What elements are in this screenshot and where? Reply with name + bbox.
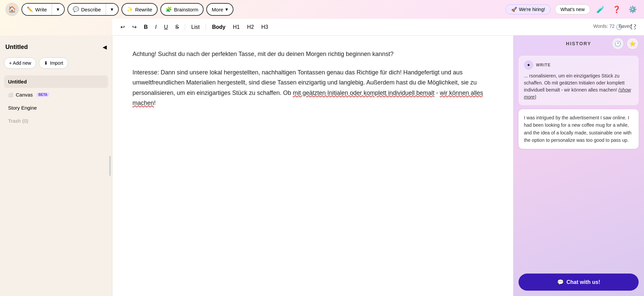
write-entry: ✦ WRITE ... rsonalisieren, um ein einzig… bbox=[519, 56, 639, 105]
help-button[interactable]: ❓ bbox=[610, 3, 623, 15]
gear-icon: ⚙️ bbox=[629, 5, 637, 13]
describe-icon: 💬 bbox=[73, 6, 79, 12]
underline-button[interactable]: U bbox=[161, 23, 171, 32]
h1-button[interactable]: H1 bbox=[230, 23, 242, 32]
chevron-down-icon-2: ▾ bbox=[111, 6, 113, 12]
main-layout: Untitled ◀ + Add new ⬇ Import Untitled ⬜… bbox=[0, 36, 644, 296]
labs-button[interactable]: 🧪 bbox=[594, 3, 606, 15]
star-icon: ⭐ bbox=[629, 41, 636, 47]
sidebar-item-trash-label: Trash (0) bbox=[8, 118, 28, 124]
rewrite-label: Rewrite bbox=[135, 7, 152, 12]
h2-button[interactable]: H2 bbox=[245, 23, 257, 32]
saved-check-icon: ✓ bbox=[633, 23, 637, 29]
status-bar: Words: 72 Saved ✓ bbox=[593, 23, 637, 29]
import-label: Import bbox=[50, 60, 63, 66]
sidebar-item-canvas-label: Canvas bbox=[16, 92, 33, 98]
describe-btn-group: 💬 Describe ▾ bbox=[67, 3, 119, 16]
sidebar-item-canvas[interactable]: ⬜ Canvas BETA bbox=[4, 88, 108, 101]
sidebar-collapse-button[interactable]: ◀ bbox=[103, 44, 107, 50]
ai-write-icon: ✦ bbox=[527, 62, 531, 68]
right-panel-footer: 💬 Chat with us! bbox=[513, 270, 644, 296]
sidebar-item-story-engine[interactable]: Story Engine bbox=[4, 102, 108, 114]
sidebar-item-trash[interactable]: Trash (0) bbox=[4, 115, 108, 127]
add-new-label: + Add new bbox=[9, 60, 31, 66]
sidebar-nav: Untitled ⬜ Canvas BETA Story Engine Tras… bbox=[4, 75, 108, 127]
history-star-button[interactable]: ⭐ bbox=[627, 38, 639, 50]
toolbar-separator-1 bbox=[185, 24, 185, 31]
hiring-button[interactable]: 🚀 We're hiring! bbox=[505, 4, 551, 14]
editor-paragraph-2-exclaim: ! bbox=[154, 100, 156, 106]
saved-status: Saved ✓ bbox=[619, 23, 637, 29]
chat-icon: 💬 bbox=[557, 279, 564, 285]
import-button[interactable]: ⬇ Import bbox=[39, 57, 68, 69]
canvas-icon: ⬜ bbox=[8, 93, 13, 97]
redo-button[interactable]: ↪ bbox=[129, 22, 139, 32]
rewrite-button[interactable]: ✨ Rewrite bbox=[121, 3, 158, 16]
right-panel-header: HISTORY 🕐 ⭐ bbox=[513, 36, 644, 52]
editor-paragraph-2-underlined: mit geätzten Initialen oder komplett ind… bbox=[293, 90, 434, 96]
write-entry-body: ... rsonalisieren, um ein einzigartiges … bbox=[524, 73, 625, 93]
hiring-label: We're hiring! bbox=[519, 7, 545, 12]
home-button[interactable]: 🏠 bbox=[5, 3, 19, 16]
h3-button[interactable]: H3 bbox=[259, 23, 271, 32]
user-message-text: I was intrigued by the advertisement I s… bbox=[524, 115, 632, 143]
italic-button[interactable]: I bbox=[153, 23, 159, 32]
editor-paragraph-2-dash: - bbox=[434, 90, 440, 96]
right-panel-title: HISTORY bbox=[566, 41, 591, 46]
write-btn-group: ✏️ Write ▾ bbox=[21, 3, 65, 16]
top-bar: 🏠 ✏️ Write ▾ 💬 Describe ▾ ✨ Rewrite 🧩 Br… bbox=[0, 0, 644, 19]
add-new-button[interactable]: + Add new bbox=[4, 57, 36, 69]
word-count: Words: 72 bbox=[593, 23, 615, 29]
chevron-down-icon: ▾ bbox=[57, 6, 59, 12]
list-button[interactable]: List bbox=[189, 23, 202, 32]
body-button[interactable]: Body bbox=[209, 23, 228, 32]
sidebar-header: Untitled ◀ bbox=[4, 41, 108, 53]
editor-area[interactable]: Achtung! Suchst du nach der perfekten Ta… bbox=[112, 36, 513, 296]
write-button[interactable]: ✏️ Write bbox=[22, 4, 52, 15]
undo-button[interactable]: ↩ bbox=[118, 22, 127, 32]
editor-paragraph-2: Interesse: Dann sind unsere lokal herges… bbox=[132, 67, 493, 108]
sidebar-title: Untitled bbox=[5, 44, 28, 51]
editor-paragraph-1: Achtung! Suchst du nach der perfekten Ta… bbox=[132, 49, 493, 59]
right-panel-content: ✦ WRITE ... rsonalisieren, um ein einzig… bbox=[513, 52, 644, 270]
import-icon: ⬇ bbox=[44, 60, 48, 66]
saved-label: Saved bbox=[619, 23, 632, 29]
strikethrough-button[interactable]: S bbox=[173, 23, 182, 32]
right-panel: HISTORY 🕐 ⭐ ✦ WRITE ... rsonal bbox=[513, 36, 644, 296]
history-clock-button[interactable]: 🕐 bbox=[612, 38, 624, 50]
sidebar-actions: + Add new ⬇ Import bbox=[4, 57, 108, 69]
beta-badge: BETA bbox=[37, 93, 49, 97]
describe-label: Describe bbox=[81, 7, 101, 12]
write-entry-header: ✦ WRITE bbox=[524, 60, 633, 70]
sidebar-item-untitled[interactable]: Untitled bbox=[4, 75, 108, 88]
clock-icon: 🕐 bbox=[614, 41, 621, 47]
write-entry-icon: ✦ bbox=[524, 60, 533, 70]
toolbar-separator-2 bbox=[206, 24, 206, 31]
write-label: Write bbox=[35, 7, 47, 12]
hiring-rocket-icon: 🚀 bbox=[511, 7, 517, 12]
more-label: More bbox=[212, 7, 223, 12]
top-right: 🚀 We're hiring! What's new 🧪 ❓ ⚙️ bbox=[505, 3, 639, 15]
whats-new-label: What's new bbox=[560, 7, 585, 12]
more-chevron-icon: ▾ bbox=[225, 6, 228, 12]
sidebar-item-untitled-label: Untitled bbox=[8, 79, 27, 84]
describe-button[interactable]: 💬 Describe bbox=[68, 4, 106, 15]
write-dropdown[interactable]: ▾ bbox=[52, 4, 64, 15]
sidebar-item-story-engine-label: Story Engine bbox=[8, 105, 37, 111]
home-icon: 🏠 bbox=[8, 6, 16, 13]
write-entry-text: ... rsonalisieren, um ein einzigartiges … bbox=[524, 72, 633, 101]
settings-button[interactable]: ⚙️ bbox=[627, 3, 639, 15]
rewrite-icon: ✨ bbox=[127, 6, 133, 12]
chat-button[interactable]: 💬 Chat with us! bbox=[519, 274, 639, 291]
more-button[interactable]: More ▾ bbox=[206, 3, 233, 16]
describe-dropdown[interactable]: ▾ bbox=[106, 4, 118, 15]
brainstorm-button[interactable]: 🧩 Brainstorm bbox=[160, 3, 204, 16]
brainstorm-icon: 🧩 bbox=[166, 6, 172, 12]
user-message: I was intrigued by the advertisement I s… bbox=[519, 109, 639, 149]
bold-button[interactable]: B bbox=[141, 23, 151, 32]
whats-new-button[interactable]: What's new bbox=[555, 4, 590, 14]
right-panel-header-icons: 🕐 ⭐ bbox=[612, 38, 639, 50]
write-entry-label: WRITE bbox=[536, 63, 551, 67]
help-icon: ❓ bbox=[612, 5, 621, 13]
chat-btn-label: Chat with us! bbox=[567, 279, 600, 285]
